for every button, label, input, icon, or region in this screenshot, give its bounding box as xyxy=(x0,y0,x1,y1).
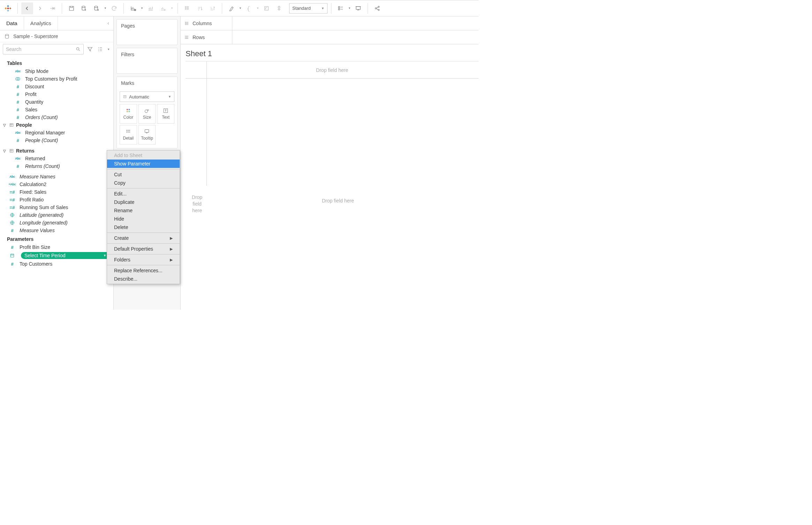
sort-asc-button[interactable] xyxy=(194,2,206,14)
hash-icon: # xyxy=(8,228,16,233)
view-dropdown-icon[interactable]: ▼ xyxy=(106,48,111,51)
field-item[interactable]: AbcShip Mode xyxy=(0,67,113,75)
field-item[interactable]: #Returns (Count) xyxy=(0,162,113,170)
field-item[interactable]: =AbcCalculation2 xyxy=(0,180,113,188)
fit-selector[interactable]: Standard ▼ xyxy=(289,3,328,14)
field-item[interactable]: =#Profit Ratio xyxy=(0,196,113,204)
showme-dropdown-icon[interactable]: ▼ xyxy=(347,7,352,10)
worksheet-dropdown-icon[interactable]: ▼ xyxy=(140,7,144,10)
collapse-panel-icon[interactable] xyxy=(104,16,113,30)
svg-rect-16 xyxy=(187,6,188,7)
ctx-describe-[interactable]: Describe... xyxy=(107,275,180,283)
marks-type-selector[interactable]: Automatic ▼ xyxy=(120,91,174,102)
mark-detail[interactable]: Detail xyxy=(120,125,137,145)
new-datasource-button[interactable] xyxy=(78,2,90,14)
field-item[interactable]: Top Customers by Profit xyxy=(0,75,113,83)
group-people[interactable]: ▽ People xyxy=(0,121,113,129)
ctx-delete[interactable]: Delete xyxy=(107,223,180,231)
pause-dropdown-icon[interactable]: ▼ xyxy=(103,7,107,10)
ctx-show-parameter[interactable]: Show Parameter xyxy=(107,160,180,168)
pages-card[interactable]: Pages xyxy=(116,19,178,45)
highlight-button[interactable] xyxy=(226,2,238,14)
svg-rect-9 xyxy=(54,7,55,9)
mark-size[interactable]: Size xyxy=(138,104,156,124)
svg-rect-45 xyxy=(126,132,127,132)
group-button[interactable] xyxy=(243,2,255,14)
show-me-button[interactable] xyxy=(335,2,347,14)
field-item[interactable]: #Profit Bin Size xyxy=(0,243,113,251)
field-item[interactable]: Longitude (generated) xyxy=(0,219,113,227)
marks-card: Marks Automatic ▼ Color xyxy=(116,76,178,148)
tab-data[interactable]: Data xyxy=(0,16,24,30)
presentation-mode-button[interactable] xyxy=(352,2,364,14)
group-dropdown-icon[interactable]: ▼ xyxy=(256,7,260,10)
tableau-logo[interactable] xyxy=(2,2,14,14)
refresh-button[interactable] xyxy=(108,2,120,14)
share-button[interactable] xyxy=(371,2,383,14)
view-list-icon[interactable] xyxy=(96,45,105,54)
search-icon xyxy=(76,47,81,52)
field-item[interactable]: AbcMeasure Names xyxy=(0,173,113,180)
field-item[interactable]: #Discount xyxy=(0,83,113,90)
ctx-hide[interactable]: Hide xyxy=(107,215,180,223)
field-label: Running Sum of Sales xyxy=(20,205,110,210)
datasource-row[interactable]: Sample - Superstore xyxy=(0,30,113,42)
mark-text[interactable]: Text xyxy=(157,104,174,124)
clear-dropdown-icon[interactable]: ▼ xyxy=(170,7,174,10)
field-item[interactable]: AbcRegional Manager xyxy=(0,129,113,136)
svg-rect-42 xyxy=(126,130,127,131)
ctx-rename[interactable]: Rename xyxy=(107,206,180,215)
pin-button[interactable] xyxy=(273,2,285,14)
ctx-folders[interactable]: Folders▶ xyxy=(107,256,180,264)
undo-button[interactable] xyxy=(21,2,33,14)
toolbar: ▼ ▼ ▼ ▼ ▼ Standard ▼ ▼ xyxy=(0,0,479,16)
field-item[interactable]: #Top Customers xyxy=(0,260,113,268)
field-item[interactable]: #Orders (Count) xyxy=(0,113,113,121)
view-drop-zone[interactable]: Drop field here Drop field here Drop fie… xyxy=(186,61,479,310)
field-item[interactable]: AbcReturned xyxy=(0,155,113,162)
ctx-duplicate[interactable]: Duplicate xyxy=(107,198,180,206)
save-button[interactable] xyxy=(66,2,77,14)
ctx-label: Hide xyxy=(114,216,124,222)
revert-button[interactable] xyxy=(46,2,58,14)
ctx-default-properties[interactable]: Default Properties▶ xyxy=(107,245,180,253)
field-item[interactable]: =#Fixed: Sales xyxy=(0,188,113,196)
field-item[interactable]: #Quantity xyxy=(0,98,113,106)
sheet-title[interactable]: Sheet 1 xyxy=(186,48,479,61)
ctx-label: Edit... xyxy=(114,191,127,197)
group-returns[interactable]: ▽ Returns xyxy=(0,147,113,155)
mark-tooltip[interactable]: Tooltip xyxy=(138,125,156,145)
columns-shelf[interactable]: Columns xyxy=(181,16,479,30)
field-item[interactable]: #Measure Values xyxy=(0,227,113,234)
duplicate-sheet-button[interactable] xyxy=(145,2,157,14)
ctx-cut[interactable]: Cut xyxy=(107,170,180,179)
sort-desc-button[interactable] xyxy=(206,2,218,14)
ctx-create[interactable]: Create▶ xyxy=(107,234,180,242)
pause-auto-updates-button[interactable] xyxy=(91,2,103,14)
rows-shelf[interactable]: Rows xyxy=(181,30,479,44)
field-item-selected[interactable]: Select Time Period▼ xyxy=(0,251,113,260)
field-item[interactable]: =#Running Sum of Sales xyxy=(0,204,113,211)
ctx-edit-[interactable]: Edit... xyxy=(107,190,180,198)
field-item[interactable]: Latitude (generated) xyxy=(0,211,113,219)
search-input[interactable]: Search xyxy=(3,44,84,54)
swap-button[interactable] xyxy=(181,2,193,14)
clear-sheet-button[interactable] xyxy=(157,2,169,14)
filters-card[interactable]: Filters xyxy=(116,48,178,74)
ctx-copy[interactable]: Copy xyxy=(107,179,180,187)
svg-rect-48 xyxy=(145,130,149,132)
redo-button[interactable] xyxy=(34,2,46,14)
mark-color[interactable]: Color xyxy=(120,104,137,124)
tab-analytics[interactable]: Analytics xyxy=(24,16,58,30)
field-item[interactable]: #People (Count) xyxy=(0,136,113,144)
marks-label: Marks xyxy=(117,77,177,89)
new-worksheet-button[interactable] xyxy=(127,2,139,14)
field-item[interactable]: #Sales xyxy=(0,106,113,113)
show-labels-button[interactable] xyxy=(261,2,272,14)
field-item[interactable]: #Profit xyxy=(0,90,113,98)
highlight-dropdown-icon[interactable]: ▼ xyxy=(238,7,242,10)
field-label: Latitude (generated) xyxy=(20,212,110,218)
field-label: Regional Manager xyxy=(25,130,110,135)
filter-icon[interactable] xyxy=(86,45,94,54)
ctx-replace-references-[interactable]: Replace References... xyxy=(107,266,180,275)
